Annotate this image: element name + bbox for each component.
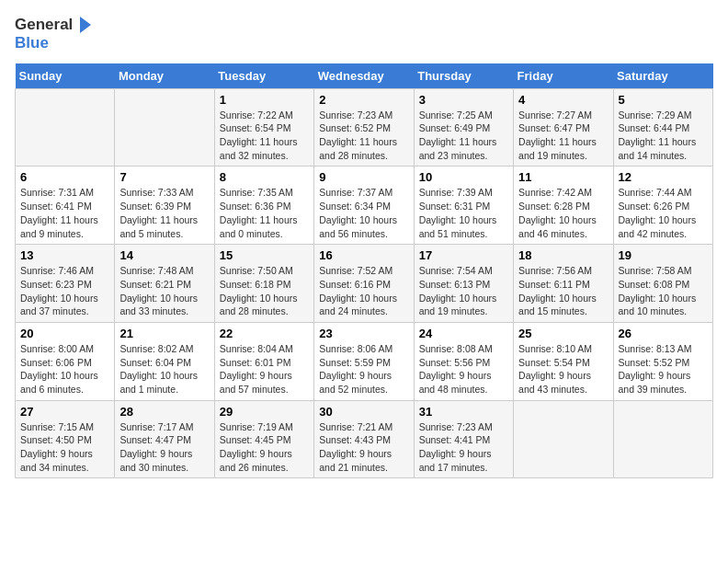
cell-info: Sunrise: 7:23 AMSunset: 4:41 PMDaylight:… (419, 420, 508, 475)
day-number: 5 (619, 93, 708, 107)
day-cell: 8Sunrise: 7:35 AMSunset: 6:36 PMDaylight… (214, 167, 313, 245)
week-row: 27Sunrise: 7:15 AMSunset: 4:50 PMDayligh… (16, 400, 713, 478)
day-number: 25 (518, 327, 608, 340)
logo-text: General Blue (15, 15, 93, 52)
day-number: 29 (220, 405, 309, 419)
day-cell: 18Sunrise: 7:56 AMSunset: 6:11 PMDayligh… (514, 245, 613, 323)
cell-info: Sunrise: 7:48 AMSunset: 6:21 PMDaylight:… (119, 264, 209, 318)
cell-info: Sunrise: 7:21 AMSunset: 4:43 PMDaylight:… (319, 420, 408, 475)
day-cell: 30Sunrise: 7:21 AMSunset: 4:43 PMDayligh… (314, 400, 414, 478)
day-number: 30 (319, 405, 408, 419)
day-header: Wednesday (314, 63, 414, 89)
day-number: 11 (518, 170, 608, 184)
day-cell: 26Sunrise: 8:13 AMSunset: 5:52 PMDayligh… (613, 322, 712, 400)
cell-info: Sunrise: 7:50 AMSunset: 6:18 PMDaylight:… (220, 264, 309, 318)
day-number: 17 (419, 248, 508, 262)
day-number: 26 (619, 327, 708, 340)
day-cell: 9Sunrise: 7:37 AMSunset: 6:34 PMDaylight… (314, 167, 414, 245)
day-number: 28 (119, 405, 209, 419)
day-number: 1 (220, 93, 309, 107)
day-cell (16, 88, 115, 167)
day-cell: 6Sunrise: 7:31 AMSunset: 6:41 PMDaylight… (16, 167, 115, 245)
day-cell: 25Sunrise: 8:10 AMSunset: 5:54 PMDayligh… (514, 322, 613, 400)
week-row: 13Sunrise: 7:46 AMSunset: 6:23 PMDayligh… (16, 245, 713, 323)
cell-info: Sunrise: 7:56 AMSunset: 6:11 PMDaylight:… (518, 264, 608, 318)
day-cell (115, 88, 214, 167)
cell-info: Sunrise: 7:15 AMSunset: 4:50 PMDaylight:… (20, 420, 109, 475)
day-number: 6 (20, 170, 109, 184)
day-number: 4 (518, 93, 608, 107)
cell-info: Sunrise: 8:13 AMSunset: 5:52 PMDaylight:… (619, 342, 708, 396)
day-cell: 11Sunrise: 7:42 AMSunset: 6:28 PMDayligh… (514, 167, 613, 245)
cell-info: Sunrise: 7:27 AMSunset: 6:47 PMDaylight:… (518, 109, 608, 163)
day-number: 16 (319, 248, 408, 262)
day-cell: 20Sunrise: 8:00 AMSunset: 6:06 PMDayligh… (16, 322, 115, 400)
cell-info: Sunrise: 7:22 AMSunset: 6:54 PMDaylight:… (220, 109, 309, 163)
day-header: Friday (514, 63, 613, 89)
day-cell (514, 400, 613, 478)
day-cell: 23Sunrise: 8:06 AMSunset: 5:59 PMDayligh… (314, 322, 414, 400)
day-number: 2 (319, 93, 408, 107)
day-cell: 7Sunrise: 7:33 AMSunset: 6:39 PMDaylight… (115, 167, 214, 245)
day-header: Tuesday (214, 63, 313, 89)
day-cell: 1Sunrise: 7:22 AMSunset: 6:54 PMDaylight… (214, 88, 313, 167)
calendar-table: SundayMondayTuesdayWednesdayThursdayFrid… (15, 63, 713, 479)
svg-marker-0 (80, 17, 91, 33)
day-cell: 31Sunrise: 7:23 AMSunset: 4:41 PMDayligh… (414, 400, 513, 478)
cell-info: Sunrise: 7:46 AMSunset: 6:23 PMDaylight:… (20, 264, 109, 318)
cell-info: Sunrise: 7:42 AMSunset: 6:28 PMDaylight:… (518, 186, 608, 240)
cell-info: Sunrise: 7:39 AMSunset: 6:31 PMDaylight:… (419, 186, 508, 240)
day-number: 18 (518, 248, 608, 262)
cell-info: Sunrise: 7:31 AMSunset: 6:41 PMDaylight:… (20, 186, 109, 240)
day-cell: 5Sunrise: 7:29 AMSunset: 6:44 PMDaylight… (613, 88, 712, 167)
day-number: 21 (119, 327, 209, 340)
day-number: 10 (419, 170, 508, 184)
cell-info: Sunrise: 7:58 AMSunset: 6:08 PMDaylight:… (619, 264, 708, 318)
day-cell: 17Sunrise: 7:54 AMSunset: 6:13 PMDayligh… (414, 245, 513, 323)
cell-info: Sunrise: 8:04 AMSunset: 6:01 PMDaylight:… (220, 342, 309, 396)
day-cell: 2Sunrise: 7:23 AMSunset: 6:52 PMDaylight… (314, 88, 414, 167)
day-number: 20 (20, 327, 109, 340)
week-row: 6Sunrise: 7:31 AMSunset: 6:41 PMDaylight… (16, 167, 713, 245)
day-number: 27 (20, 405, 109, 419)
day-header: Monday (115, 63, 214, 89)
day-number: 19 (619, 248, 708, 262)
day-number: 8 (220, 170, 309, 184)
day-cell: 14Sunrise: 7:48 AMSunset: 6:21 PMDayligh… (115, 245, 214, 323)
day-cell: 29Sunrise: 7:19 AMSunset: 4:45 PMDayligh… (214, 400, 313, 478)
day-number: 23 (319, 327, 408, 340)
cell-info: Sunrise: 7:44 AMSunset: 6:26 PMDaylight:… (619, 186, 708, 240)
logo: General Blue (15, 15, 93, 52)
day-number: 31 (419, 405, 508, 419)
day-cell: 10Sunrise: 7:39 AMSunset: 6:31 PMDayligh… (414, 167, 513, 245)
day-cell (613, 400, 712, 478)
day-number: 3 (419, 93, 508, 107)
day-number: 24 (419, 327, 508, 340)
cell-info: Sunrise: 8:02 AMSunset: 6:04 PMDaylight:… (119, 342, 209, 396)
day-cell: 16Sunrise: 7:52 AMSunset: 6:16 PMDayligh… (314, 245, 414, 323)
day-cell: 21Sunrise: 8:02 AMSunset: 6:04 PMDayligh… (115, 322, 214, 400)
day-number: 9 (319, 170, 408, 184)
cell-info: Sunrise: 7:29 AMSunset: 6:44 PMDaylight:… (619, 109, 708, 163)
header: General Blue (15, 15, 713, 52)
cell-info: Sunrise: 7:25 AMSunset: 6:49 PMDaylight:… (419, 109, 508, 163)
cell-info: Sunrise: 7:33 AMSunset: 6:39 PMDaylight:… (119, 186, 209, 240)
cell-info: Sunrise: 7:17 AMSunset: 4:47 PMDaylight:… (119, 420, 209, 475)
cell-info: Sunrise: 7:52 AMSunset: 6:16 PMDaylight:… (319, 264, 408, 318)
cell-info: Sunrise: 7:35 AMSunset: 6:36 PMDaylight:… (220, 186, 309, 240)
cell-info: Sunrise: 8:08 AMSunset: 5:56 PMDaylight:… (419, 342, 508, 396)
week-row: 1Sunrise: 7:22 AMSunset: 6:54 PMDaylight… (16, 88, 713, 167)
day-cell: 15Sunrise: 7:50 AMSunset: 6:18 PMDayligh… (214, 245, 313, 323)
day-header: Saturday (613, 63, 712, 89)
header-row: SundayMondayTuesdayWednesdayThursdayFrid… (16, 63, 713, 89)
cell-info: Sunrise: 8:10 AMSunset: 5:54 PMDaylight:… (518, 342, 608, 396)
day-number: 12 (619, 170, 708, 184)
day-cell: 27Sunrise: 7:15 AMSunset: 4:50 PMDayligh… (16, 400, 115, 478)
day-cell: 3Sunrise: 7:25 AMSunset: 6:49 PMDaylight… (414, 88, 513, 167)
day-cell: 13Sunrise: 7:46 AMSunset: 6:23 PMDayligh… (16, 245, 115, 323)
day-header: Thursday (414, 63, 513, 89)
day-cell: 4Sunrise: 7:27 AMSunset: 6:47 PMDaylight… (514, 88, 613, 167)
day-header: Sunday (16, 63, 115, 89)
day-number: 22 (220, 327, 309, 340)
cell-info: Sunrise: 8:06 AMSunset: 5:59 PMDaylight:… (319, 342, 408, 396)
